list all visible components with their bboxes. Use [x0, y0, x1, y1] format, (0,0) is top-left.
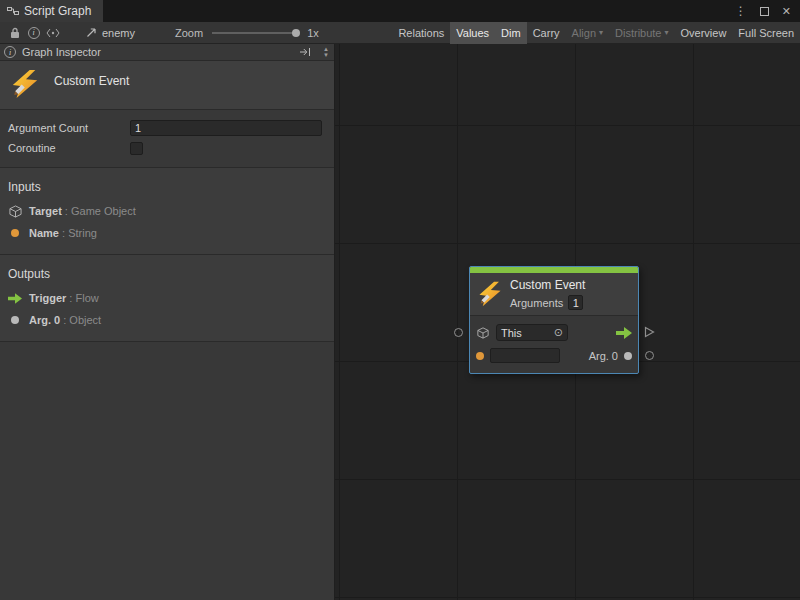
node-body: This ⊙ Arg. 0: [470, 316, 638, 373]
scroll-down-icon[interactable]: ▼: [323, 52, 329, 58]
object-port-icon[interactable]: [624, 352, 632, 360]
target-value: This: [501, 327, 550, 339]
flow-arrow-icon: [8, 293, 22, 304]
inspector-title: Graph Inspector: [22, 46, 101, 58]
event-name-field[interactable]: [490, 348, 560, 363]
target-connection-port[interactable]: [454, 328, 463, 337]
arg0-label: Arg. 0: [589, 350, 618, 362]
node-header-text: Custom Event Arguments 1: [510, 278, 585, 310]
values-button[interactable]: Values: [450, 22, 495, 44]
inputs-section: Inputs Target : Game Object Name : Strin…: [0, 168, 334, 255]
zoom-label: Zoom: [175, 27, 203, 39]
inputs-title: Inputs: [0, 172, 334, 200]
coroutine-label: Coroutine: [8, 142, 130, 154]
outputs-title: Outputs: [0, 259, 334, 287]
unit-title: Custom Event: [54, 74, 129, 88]
port-row-trigger: Trigger : Flow: [0, 287, 334, 309]
tab-script-graph[interactable]: Script Graph: [0, 0, 103, 22]
toolbar-buttons: Relations Values Dim Carry Align▾ Distri…: [392, 22, 800, 44]
custom-event-icon: [477, 281, 503, 307]
target-object-picker[interactable]: This ⊙: [496, 324, 568, 341]
zoom-control: Zoom 1x: [175, 27, 319, 39]
titlebar: Script Graph ⋮ ✕: [0, 0, 800, 22]
unit-settings: Argument Count Coroutine: [0, 110, 334, 168]
zoom-slider-knob[interactable]: [292, 29, 300, 37]
port-row-name: Name : String: [0, 222, 334, 244]
arguments-label: Arguments: [510, 297, 563, 309]
graph-name: enemy: [102, 27, 135, 39]
distribute-button[interactable]: Distribute▾: [609, 22, 674, 44]
cube-icon: [8, 205, 22, 218]
cube-icon: [476, 327, 490, 339]
chevron-down-icon: ▾: [665, 28, 669, 37]
dock-inspector-icon[interactable]: [295, 41, 314, 63]
zoom-slider[interactable]: [212, 32, 298, 34]
object-picker-icon[interactable]: ⊙: [554, 326, 563, 339]
unit-header: Custom Event: [0, 61, 334, 110]
string-port-icon[interactable]: [476, 352, 484, 360]
relations-button[interactable]: Relations: [392, 22, 450, 44]
coroutine-checkbox[interactable]: [130, 142, 143, 155]
graph-toolbar: i enemy Zoom 1x Relations Values Dim Car…: [0, 22, 800, 44]
info-icon: i: [4, 46, 16, 58]
tab-title: Script Graph: [24, 4, 91, 18]
node-header[interactable]: Custom Event Arguments 1: [470, 273, 638, 316]
maximize-icon[interactable]: [760, 7, 769, 16]
fullscreen-button[interactable]: Full Screen: [732, 22, 800, 44]
trigger-flow-icon[interactable]: [616, 327, 632, 339]
arg0-connection-port[interactable]: [645, 351, 654, 360]
string-port-icon: [8, 229, 22, 237]
port-row-arg0: Arg. 0 : Object: [0, 309, 334, 331]
port-row-target: Target : Game Object: [0, 200, 334, 222]
custom-event-icon: [10, 69, 40, 99]
arguments-count-field[interactable]: 1: [568, 295, 583, 310]
custom-event-node[interactable]: Custom Event Arguments 1 This: [469, 266, 639, 374]
object-port-icon: [8, 316, 22, 324]
align-button[interactable]: Align▾: [566, 22, 609, 44]
inspector-header: i Graph Inspector ▲ ▼: [0, 44, 334, 61]
argument-count-input[interactable]: [130, 120, 322, 136]
inspector-empty-area: [0, 342, 334, 600]
window-menu-icon[interactable]: ⋮: [735, 4, 747, 18]
target-port-row: This ⊙: [476, 321, 632, 344]
code-connections-icon[interactable]: [43, 22, 62, 44]
dim-button[interactable]: Dim: [495, 22, 527, 44]
node-title: Custom Event: [510, 278, 585, 292]
scroll-spinner[interactable]: ▲ ▼: [320, 46, 332, 58]
chevron-down-icon: ▾: [599, 28, 603, 37]
lock-icon[interactable]: [5, 22, 24, 44]
info-icon[interactable]: i: [24, 22, 43, 44]
script-graph-icon: [7, 5, 19, 17]
close-icon[interactable]: ✕: [782, 5, 791, 18]
graph-canvas[interactable]: Custom Event Arguments 1 This: [335, 44, 800, 600]
arguments-row: Arguments 1: [510, 295, 585, 310]
graph-inspector-panel: i Graph Inspector ▲ ▼ Custom Event: [0, 44, 335, 600]
main-area: i Graph Inspector ▲ ▼ Custom Event: [0, 44, 800, 600]
argument-count-label: Argument Count: [8, 122, 130, 134]
argument-count-row: Argument Count: [0, 118, 334, 138]
name-port-row: Arg. 0: [476, 344, 632, 367]
outputs-section: Outputs Trigger : Flow Arg. 0 : Object: [0, 255, 334, 342]
graph-breadcrumb[interactable]: enemy: [86, 27, 135, 39]
unity-window: Script Graph ⋮ ✕ i enemy Zoom 1x: [0, 0, 800, 600]
carry-button[interactable]: Carry: [527, 22, 566, 44]
zoom-value: 1x: [307, 27, 319, 39]
overview-button[interactable]: Overview: [675, 22, 733, 44]
window-controls: ⋮ ✕: [735, 0, 800, 22]
trigger-connection-port[interactable]: [644, 326, 655, 338]
coroutine-row: Coroutine: [0, 138, 334, 158]
graph-pointer-icon: [86, 27, 97, 38]
